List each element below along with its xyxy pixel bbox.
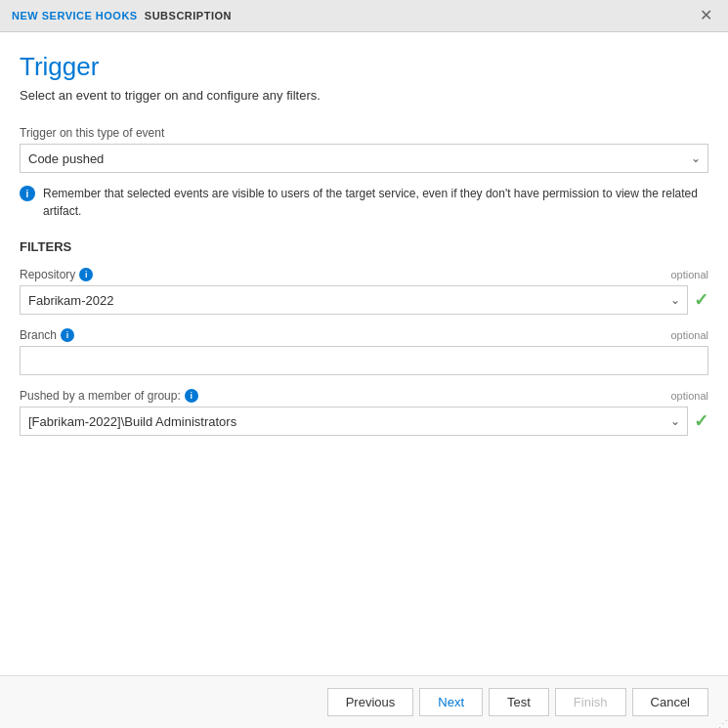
branch-optional-label: optional bbox=[670, 329, 708, 341]
filter-group-label-text: Pushed by a member of group: bbox=[20, 389, 181, 403]
title-part1: NEW SERVICE HOOKS bbox=[12, 10, 138, 21]
group-select[interactable]: [Fabrikam-2022]\Build Administrators bbox=[20, 407, 688, 436]
group-optional-label: optional bbox=[670, 390, 708, 402]
group-dropdown-wrapper: [Fabrikam-2022]\Build Administrators ⌄ bbox=[20, 407, 688, 436]
filter-repository-label-text: Repository bbox=[20, 268, 75, 281]
repository-check-icon: ✓ bbox=[694, 289, 708, 311]
filter-branch: Branch i optional bbox=[20, 328, 708, 375]
repository-dropdown-wrapper: Fabrikam-2022 ⌄ bbox=[20, 285, 688, 315]
group-dropdown-with-check: [Fabrikam-2022]\Build Administrators ⌄ ✓ bbox=[20, 407, 708, 436]
finish-button: Finish bbox=[555, 688, 626, 716]
resize-handle[interactable]: ⋰ bbox=[718, 718, 728, 728]
dialog-title: NEW SERVICE HOOKS SUBSCRIPTION bbox=[12, 10, 232, 21]
group-info-icon[interactable]: i bbox=[185, 389, 198, 403]
dialog-body: Trigger Select an event to trigger on an… bbox=[0, 32, 728, 675]
filter-group-label-row: Pushed by a member of group: i optional bbox=[20, 389, 708, 403]
filter-repository: Repository i optional Fabrikam-2022 ⌄ ✓ bbox=[20, 268, 708, 315]
event-label: Trigger on this type of event bbox=[20, 126, 708, 140]
filters-heading: FILTERS bbox=[20, 239, 708, 254]
title-part2: SUBSCRIPTION bbox=[145, 10, 232, 21]
group-check-icon: ✓ bbox=[694, 410, 708, 432]
info-icon: i bbox=[20, 186, 35, 201]
dialog: NEW SERVICE HOOKS SUBSCRIPTION ✕ Trigger… bbox=[0, 0, 728, 728]
next-button[interactable]: Next bbox=[419, 688, 483, 716]
branch-info-icon[interactable]: i bbox=[61, 328, 74, 342]
page-subtitle: Select an event to trigger on and config… bbox=[20, 88, 708, 103]
repository-select[interactable]: Fabrikam-2022 bbox=[20, 285, 688, 315]
filter-branch-label-text: Branch bbox=[20, 328, 57, 342]
filter-pushed-by-group: Pushed by a member of group: i optional … bbox=[20, 389, 708, 436]
page-title: Trigger bbox=[20, 52, 708, 82]
close-button[interactable]: ✕ bbox=[696, 8, 716, 23]
dialog-footer: Previous Next Test Finish Cancel bbox=[0, 675, 728, 728]
repository-info-icon[interactable]: i bbox=[79, 268, 93, 281]
info-box: i Remember that selected events are visi… bbox=[20, 185, 708, 220]
test-button[interactable]: Test bbox=[489, 688, 549, 716]
filter-repository-label: Repository i bbox=[20, 268, 93, 281]
filter-group-label: Pushed by a member of group: i bbox=[20, 389, 198, 403]
filter-branch-label: Branch i bbox=[20, 328, 74, 342]
previous-button[interactable]: Previous bbox=[327, 688, 414, 716]
event-type-select[interactable]: Code pushed bbox=[20, 144, 708, 173]
event-dropdown-wrapper: Code pushed ⌄ bbox=[20, 144, 708, 173]
cancel-button[interactable]: Cancel bbox=[632, 688, 708, 716]
branch-input[interactable] bbox=[20, 346, 708, 375]
dialog-header: NEW SERVICE HOOKS SUBSCRIPTION ✕ bbox=[0, 0, 728, 32]
info-text: Remember that selected events are visibl… bbox=[43, 185, 708, 220]
filter-branch-label-row: Branch i optional bbox=[20, 328, 708, 342]
filter-repository-label-row: Repository i optional bbox=[20, 268, 708, 281]
repository-optional-label: optional bbox=[670, 269, 708, 280]
repository-dropdown-with-check: Fabrikam-2022 ⌄ ✓ bbox=[20, 285, 708, 315]
